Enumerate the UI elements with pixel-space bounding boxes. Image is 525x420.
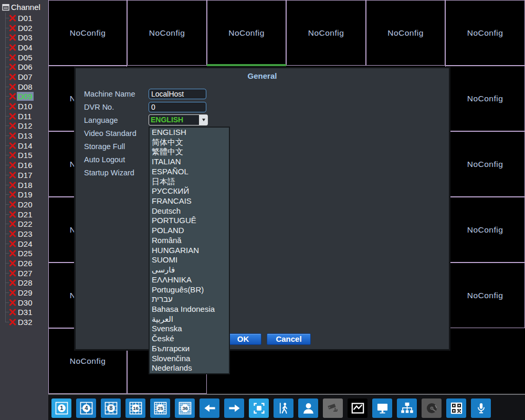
- language-option[interactable]: Slovenčina: [150, 354, 229, 364]
- language-option[interactable]: Svenska: [150, 324, 229, 334]
- tree-stub: [5, 204, 9, 205]
- video-cell-r2c6[interactable]: NoConfig: [445, 66, 525, 131]
- channel-item-D28[interactable]: D28: [0, 278, 48, 288]
- language-option[interactable]: Bahasa Indonesia: [150, 304, 229, 314]
- language-option[interactable]: SUOMI: [150, 255, 229, 265]
- motion-detect-button[interactable]: [274, 398, 293, 418]
- language-option[interactable]: РУССКИЙ: [150, 186, 229, 196]
- channel-item-D15[interactable]: D15: [0, 151, 48, 161]
- channel-item-D04[interactable]: D04: [0, 43, 48, 52]
- language-option[interactable]: České: [150, 334, 229, 344]
- channel-item-D20[interactable]: D20: [0, 200, 48, 209]
- view-36-button[interactable]: 36: [175, 398, 195, 418]
- language-option[interactable]: ESPAÑOL: [150, 167, 229, 177]
- language-option[interactable]: 繁體中文: [150, 147, 229, 157]
- language-option[interactable]: עברית: [150, 295, 229, 304]
- view-4-button[interactable]: 4: [76, 398, 96, 418]
- view-1-button[interactable]: 1: [51, 398, 71, 418]
- channel-item-D02[interactable]: D02: [0, 23, 48, 33]
- channel-item-D18[interactable]: D18: [0, 180, 48, 190]
- channel-item-D09[interactable]: D09: [0, 92, 48, 102]
- channel-item-D06[interactable]: D06: [0, 62, 48, 72]
- channel-item-D03[interactable]: D03: [0, 33, 48, 43]
- video-cell-r1c5[interactable]: NoConfig: [366, 0, 445, 66]
- channel-item-D25[interactable]: D25: [0, 249, 48, 259]
- channel-item-D08[interactable]: D08: [0, 82, 48, 92]
- channel-item-D10[interactable]: D10: [0, 101, 48, 111]
- channel-item-D19[interactable]: D19: [0, 190, 48, 200]
- video-cell-r5c6[interactable]: NoConfig: [445, 262, 525, 328]
- view-8-button[interactable]: 8: [101, 398, 121, 418]
- camera-button[interactable]: [323, 398, 343, 418]
- grid-1-icon: 1: [55, 401, 69, 415]
- video-cell-r4c6[interactable]: NoConfig: [445, 197, 525, 262]
- language-option[interactable]: Português(BR): [150, 285, 229, 295]
- language-option[interactable]: 日本語: [150, 177, 229, 187]
- video-cell-r1c6[interactable]: NoConfig: [445, 0, 525, 66]
- face-detect-button[interactable]: [298, 398, 318, 418]
- language-option[interactable]: فارسى: [150, 265, 229, 275]
- video-cell-r3c6[interactable]: NoConfig: [445, 131, 525, 197]
- channel-item-D27[interactable]: D27: [0, 268, 48, 278]
- channel-item-D16[interactable]: D16: [0, 160, 48, 170]
- channel-item-D11[interactable]: D11: [0, 111, 48, 121]
- channel-item-D13[interactable]: D13: [0, 131, 48, 141]
- next-page-button[interactable]: [224, 398, 244, 418]
- channel-item-D17[interactable]: D17: [0, 170, 48, 180]
- channel-item-D05[interactable]: D05: [0, 52, 48, 62]
- language-option[interactable]: FRANCAIS: [150, 196, 229, 206]
- language-option[interactable]: Română: [150, 236, 229, 246]
- channel-item-D14[interactable]: D14: [0, 141, 48, 151]
- language-option[interactable]: Deutsch: [150, 206, 229, 216]
- disconnected-x-icon: [9, 319, 16, 326]
- channel-item-D26[interactable]: D26: [0, 258, 48, 268]
- microphone-button[interactable]: [471, 398, 491, 418]
- channel-item-D30[interactable]: D30: [0, 298, 48, 308]
- language-value: ENGLISH: [149, 115, 199, 125]
- channel-item-D01[interactable]: D01: [0, 13, 48, 23]
- channel-item-D31[interactable]: D31: [0, 308, 48, 318]
- dvr-no-field[interactable]: [149, 102, 206, 112]
- qr-code-button[interactable]: [446, 398, 466, 418]
- bitrate-chart-button[interactable]: [348, 398, 368, 418]
- channel-item-D07[interactable]: D07: [0, 72, 48, 82]
- view-25-button[interactable]: 25: [150, 398, 170, 418]
- network-button[interactable]: [397, 398, 417, 418]
- channel-item-D24[interactable]: D24: [0, 239, 48, 249]
- channel-item-D23[interactable]: D23: [0, 229, 48, 239]
- video-cell-r1c2[interactable]: NoConfig: [127, 0, 207, 66]
- mic-icon: [474, 401, 488, 415]
- language-option[interactable]: ΕΛΛΗΝΙΚΑ: [150, 275, 229, 285]
- monitor-button[interactable]: [372, 398, 392, 418]
- channel-item-D32[interactable]: D32: [0, 317, 48, 327]
- channel-item-D22[interactable]: D22: [0, 219, 48, 229]
- cancel-button[interactable]: Cancel: [267, 333, 311, 345]
- language-option[interactable]: Български: [150, 344, 229, 354]
- channel-item-D21[interactable]: D21: [0, 209, 48, 219]
- language-option[interactable]: Nederlands: [150, 363, 229, 373]
- video-cell-r1c1[interactable]: NoConfig: [48, 0, 127, 66]
- fullscreen-button[interactable]: [249, 398, 269, 418]
- channel-item-D29[interactable]: D29: [0, 288, 48, 298]
- language-option[interactable]: POLAND: [150, 226, 229, 236]
- language-option[interactable]: 简体中文: [150, 138, 229, 148]
- language-option[interactable]: PORTUGUÊ: [150, 216, 229, 226]
- video-cell-r1c3[interactable]: NoConfig: [207, 0, 286, 66]
- prev-page-button[interactable]: [200, 398, 219, 418]
- language-option[interactable]: العربية: [150, 314, 229, 324]
- combo-dropdown-button[interactable]: [199, 115, 207, 125]
- language-option[interactable]: ENGLISH: [150, 128, 229, 138]
- hard-disk-button[interactable]: [422, 398, 442, 418]
- video-cell-r1c4[interactable]: NoConfig: [286, 0, 366, 66]
- ok-button[interactable]: OK: [225, 333, 261, 345]
- language-option[interactable]: ITALIAN: [150, 157, 229, 167]
- machine-name-field[interactable]: [149, 89, 206, 99]
- channel-label: D08: [17, 82, 34, 91]
- svg-text:16: 16: [133, 405, 139, 411]
- channel-item-D12[interactable]: D12: [0, 121, 48, 131]
- disconnected-x-icon: [9, 14, 16, 22]
- view-16-button[interactable]: 16: [125, 398, 145, 418]
- language-combo[interactable]: ENGLISH: [149, 114, 208, 125]
- language-option[interactable]: HUNGARIAN: [150, 246, 229, 256]
- tree-stub: [5, 244, 9, 244]
